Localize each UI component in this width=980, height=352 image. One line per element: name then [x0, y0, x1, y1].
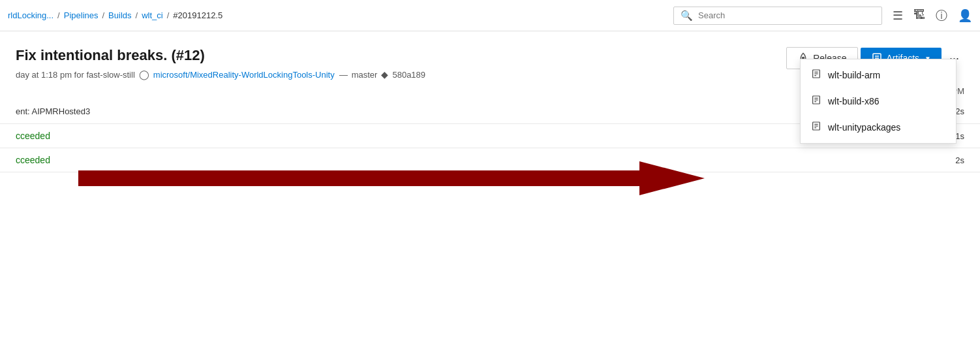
breadcrumb-builds[interactable]: Builds	[108, 10, 131, 20]
dropdown-item-x86-label: wlt-build-x86	[828, 96, 880, 106]
build-branch: master	[352, 70, 378, 80]
breadcrumb-pipelines[interactable]: Pipelines	[64, 10, 99, 20]
topbar-icons: ☰ 🏗 ⓘ 👤	[893, 8, 972, 24]
breadcrumb: rldLocking... / Pipelines / Builds / wlt…	[8, 10, 222, 20]
svg-marker-17	[78, 161, 705, 195]
build-repo-link[interactable]: microsoft/MixedReality-WorldLockingTools…	[153, 70, 335, 80]
search-input[interactable]	[698, 10, 875, 20]
search-bar[interactable]: 🔍	[673, 7, 882, 25]
badge-icon[interactable]: 🏗	[913, 8, 925, 22]
arrow-annotation	[78, 159, 705, 198]
build-commit: 580a189	[392, 70, 425, 80]
breadcrumb-sep-1: /	[57, 10, 60, 20]
status-label-2: cceeded	[16, 155, 50, 165]
status-duration-2: 2s	[955, 155, 964, 165]
topbar: rldLocking... / Pipelines / Builds / wlt…	[0, 0, 980, 31]
artifact-icon-x86	[811, 95, 821, 108]
search-icon: 🔍	[681, 10, 693, 22]
commit-icon: ◆	[381, 69, 388, 80]
help-icon[interactable]: ⓘ	[936, 8, 947, 24]
breadcrumb-org[interactable]: rldLocking...	[8, 10, 54, 20]
build-meta-time: day at 1:18 pm for fast-slow-still	[16, 70, 135, 80]
breadcrumb-pipeline-name[interactable]: wlt_ci	[142, 10, 163, 20]
list-icon[interactable]: ☰	[893, 8, 903, 23]
dropdown-item-unity-label: wlt-unitypackages	[828, 122, 900, 133]
artifact-icon-arm	[811, 69, 821, 82]
dropdown-item-arm-label: wlt-build-arm	[828, 70, 880, 80]
breadcrumb-sep-2: /	[102, 10, 104, 20]
github-icon: ◯	[139, 69, 149, 80]
build-agent-label: ent: AIPMRHosted3	[16, 106, 90, 116]
artifacts-dropdown: wlt-build-arm wlt-build-x86	[800, 59, 957, 144]
dropdown-item-arm[interactable]: wlt-build-arm	[801, 62, 956, 88]
breadcrumb-sep-4: /	[167, 10, 170, 20]
dropdown-item-x86[interactable]: wlt-build-x86	[801, 88, 956, 114]
branch-icon: ⸻	[339, 69, 348, 80]
breadcrumb-sep-3: /	[136, 10, 138, 20]
dropdown-item-unity[interactable]: wlt-unitypackages	[801, 114, 956, 140]
artifact-icon-unity	[811, 121, 821, 134]
arrow-svg	[78, 159, 705, 198]
user-icon[interactable]: 👤	[958, 8, 972, 23]
status-label-1: cceeded	[16, 131, 50, 141]
breadcrumb-build-number[interactable]: #20191212.5	[173, 10, 222, 20]
main-content: Fix intentional breaks. (#12) day at 1:1…	[0, 31, 980, 172]
